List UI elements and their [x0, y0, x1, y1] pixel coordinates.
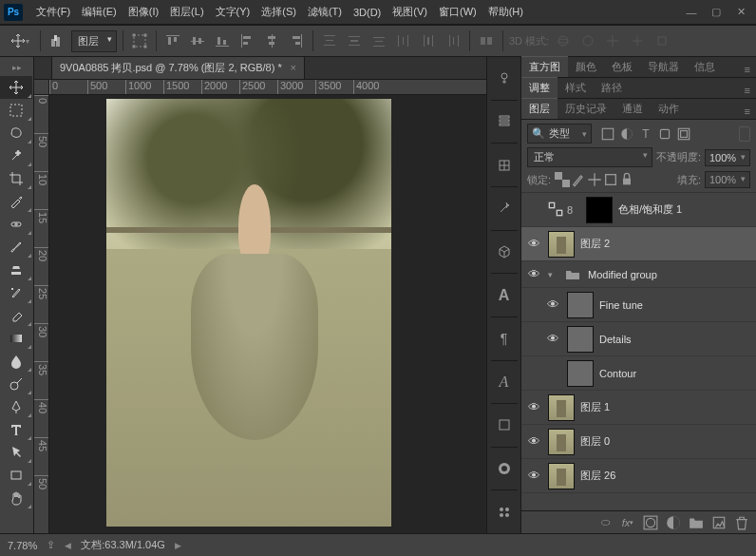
healing-brush-tool[interactable] [0, 213, 32, 236]
add-mask-icon[interactable] [642, 514, 659, 531]
zoom-level[interactable]: 7.78% [8, 540, 37, 551]
layer-thumbnail[interactable] [567, 326, 594, 353]
lock-transparency-icon[interactable] [555, 172, 570, 187]
dodge-tool[interactable] [0, 373, 32, 395]
type-tool[interactable] [0, 418, 32, 441]
menu-layer[interactable]: 图层(L) [164, 2, 209, 22]
layer-row-contour[interactable]: Contour [521, 356, 756, 391]
layer-name[interactable]: Details [599, 334, 632, 345]
wand-panel-icon[interactable] [492, 67, 517, 90]
distribute-vcenter-icon[interactable] [344, 30, 365, 51]
layer-row-hue-saturation[interactable]: 8 色相/饱和度 1 [521, 193, 756, 227]
align-right-icon[interactable] [286, 30, 307, 51]
path-selection-tool[interactable] [0, 441, 32, 464]
maximize-button[interactable]: ▢ [705, 3, 728, 22]
layer-thumbnail[interactable] [567, 360, 594, 387]
eraser-tool[interactable] [0, 304, 32, 327]
adjustments-panel-icon[interactable] [492, 197, 517, 220]
menu-select[interactable]: 选择(S) [255, 2, 302, 22]
clone-stamp-tool[interactable] [0, 259, 32, 281]
transform-controls-icon[interactable] [129, 30, 150, 51]
align-top-icon[interactable] [162, 30, 183, 51]
vertical-ruler[interactable]: 050101520253035404550 [34, 95, 49, 533]
auto-align-icon[interactable] [476, 30, 497, 51]
tab-layers[interactable]: 图层 [521, 98, 558, 119]
tab-histogram[interactable]: 直方图 [521, 56, 568, 77]
layer-effects-icon[interactable]: fx▾ [619, 514, 636, 531]
tab-paths[interactable]: 路径 [594, 78, 630, 98]
menu-3d[interactable]: 3D(D) [348, 4, 387, 21]
scale-3d-icon[interactable] [652, 30, 672, 51]
layer-name[interactable]: 图层 0 [580, 434, 610, 449]
layer-row-layer0[interactable]: 👁 图层 0 [521, 425, 756, 459]
distribute-right-icon[interactable] [443, 30, 463, 51]
move-tool[interactable] [0, 76, 32, 99]
menu-edit[interactable]: 编辑(E) [76, 2, 123, 22]
layer-row-layer2[interactable]: 👁 图层 2 [521, 227, 756, 261]
layer-thumbnail[interactable] [548, 463, 575, 489]
delete-layer-icon[interactable] [733, 514, 750, 531]
filter-toggle-switch[interactable] [739, 126, 750, 142]
layer-name[interactable]: 图层 1 [580, 400, 610, 414]
menu-image[interactable]: 图像(I) [123, 2, 164, 22]
visibility-toggle[interactable]: 👁 [544, 332, 561, 346]
auto-select-icon[interactable] [47, 30, 67, 51]
magic-wand-tool[interactable] [0, 144, 32, 167]
menu-help[interactable]: 帮助(H) [482, 2, 529, 22]
tab-info[interactable]: 信息 [687, 57, 723, 77]
close-tab-icon[interactable]: × [291, 62, 296, 73]
fill-input[interactable]: 100% [705, 171, 750, 188]
menu-filter[interactable]: 滤镜(T) [302, 2, 348, 22]
ruler-origin[interactable] [34, 80, 49, 95]
document-tab[interactable]: 9V0A0885 拷贝.psd @ 7.78% (图层 2, RGB/8) * … [51, 56, 305, 79]
libraries-panel-icon[interactable] [492, 457, 517, 481]
character-panel-icon[interactable]: ¶ [492, 327, 517, 351]
new-layer-icon[interactable] [710, 514, 728, 531]
layer-name[interactable]: Modified group [588, 269, 657, 280]
layers-list[interactable]: 8 色相/饱和度 1 👁 图层 2 👁 ▾ Modified group 👁 F… [521, 193, 756, 510]
layer-row-details[interactable]: 👁 Details [521, 322, 756, 356]
tab-channels[interactable]: 通道 [614, 99, 651, 119]
orbit-3d-icon[interactable] [553, 30, 574, 51]
filter-type-icon[interactable]: T [637, 125, 654, 143]
minimize-button[interactable]: — [680, 3, 703, 22]
layer-row-layer26[interactable]: 👁 图层 26 [521, 459, 756, 493]
filter-smartobject-icon[interactable] [675, 125, 692, 143]
lock-position-icon[interactable] [587, 172, 602, 187]
glyphs-panel-icon[interactable] [492, 413, 517, 437]
close-button[interactable]: ✕ [729, 3, 752, 22]
chevron-right-icon[interactable]: ▶ [175, 541, 181, 550]
hand-tool[interactable] [0, 487, 32, 509]
distribute-hcenter-icon[interactable] [418, 30, 439, 51]
tab-swatches[interactable]: 色板 [604, 57, 640, 77]
lock-pixels-icon[interactable] [571, 172, 586, 187]
layer-name[interactable]: Fine tune [599, 299, 643, 311]
swatches-panel-icon[interactable] [492, 153, 517, 177]
tab-styles[interactable]: 样式 [558, 78, 594, 98]
visibility-toggle[interactable]: 👁 [525, 434, 542, 449]
history-panel-icon[interactable] [492, 110, 517, 134]
canvas-viewport[interactable]: 05001000150020002500300035004000 0501015… [34, 80, 486, 533]
layer-mask-thumbnail[interactable] [586, 197, 613, 223]
roll-3d-icon[interactable] [577, 30, 598, 51]
panel-menu-icon[interactable]: ≡ [739, 83, 756, 98]
pen-tool[interactable] [0, 395, 32, 418]
filter-shape-icon[interactable] [656, 125, 673, 143]
layer-filter-dropdown[interactable]: 🔍 类型 [527, 124, 592, 144]
tab-adjustments[interactable]: 调整 [521, 77, 558, 98]
rectangle-tool[interactable] [0, 464, 32, 487]
visibility-toggle[interactable]: 👁 [544, 297, 561, 312]
eyedropper-tool[interactable] [0, 190, 32, 213]
align-left-icon[interactable] [236, 30, 257, 51]
menu-view[interactable]: 视图(V) [387, 2, 433, 22]
lock-all-icon[interactable] [619, 172, 634, 187]
styles-panel-icon[interactable]: A [492, 370, 517, 393]
layer-thumbnail[interactable] [548, 429, 575, 455]
chevron-left-icon[interactable]: ◀ [65, 541, 71, 550]
brush-presets-panel-icon[interactable] [492, 500, 517, 524]
opacity-input[interactable]: 100% [705, 149, 750, 166]
pan-3d-icon[interactable] [602, 30, 623, 51]
group-disclosure-icon[interactable]: ▾ [548, 270, 559, 279]
visibility-toggle[interactable]: 👁 [525, 267, 542, 281]
visibility-toggle[interactable]: 👁 [525, 400, 542, 414]
